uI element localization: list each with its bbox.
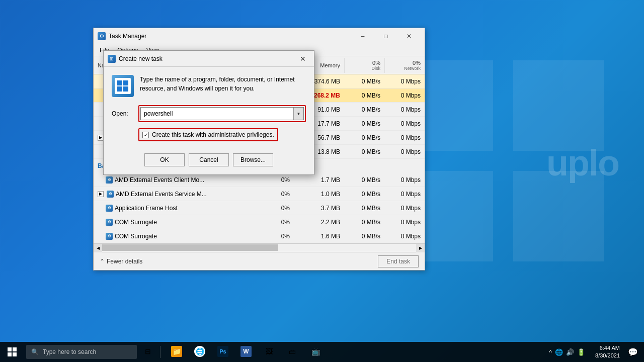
chrome-icon: 🌐 (194, 346, 205, 357)
taskbar-app-photos[interactable]: 🖼 (258, 342, 280, 362)
table-row[interactable]: ⚙ COM Surrogate 0% 1.6 MB 0 MB/s 0 Mbps (94, 229, 425, 243)
col-network[interactable]: 0% Network (384, 58, 425, 73)
clock-date: 8/30/2021 (595, 352, 620, 359)
ok-button[interactable]: OK (144, 153, 185, 166)
network-icon: 🌐 (555, 348, 563, 356)
process-icon: ⚙ (106, 219, 113, 226)
table-row[interactable]: ⚙ COM Surrogate 0% 2.2 MB 0 MB/s 0 Mbps (94, 215, 425, 229)
dialog-close-button[interactable]: ✕ (296, 52, 310, 66)
taskbar-app-photoshop[interactable]: Ps (212, 342, 234, 362)
dialog-description: Type the name of a program, folder, docu… (140, 75, 306, 93)
input-area-highlighted: ▼ (138, 105, 306, 122)
checkbox-label: Create this task with administrative pri… (152, 131, 274, 138)
tray-chevron[interactable]: ^ (549, 348, 552, 356)
svg-rect-7 (123, 86, 128, 92)
task-view-icon: ⊟ (142, 346, 153, 357)
dialog-buttons: OK Cancel Browse... (112, 149, 306, 166)
run-icon (117, 80, 128, 92)
dialog-body: Type the name of a program, folder, docu… (104, 67, 314, 174)
input-inner: ▼ (140, 107, 304, 120)
taskbar-clock[interactable]: 6:44 AM 8/30/2021 (591, 344, 624, 360)
create-task-dialog: ⊞ Create new task ✕ Typ (103, 50, 314, 175)
uplo-watermark: uplo (546, 142, 619, 184)
gallery-icon: 🗃 (287, 346, 298, 357)
dialog-app-icon (112, 75, 134, 97)
process-icon: ⚙ (107, 191, 114, 198)
taskbar-apps: 📁 🌐 Ps W 🖼 🗃 📺 (166, 342, 327, 362)
process-icon: ⚙ (106, 205, 113, 212)
scroll-thumb[interactable] (102, 244, 278, 251)
windows-logo-icon (8, 347, 17, 356)
fewer-details-label: Fewer details (107, 258, 142, 265)
dialog-titlebar: ⊞ Create new task ✕ (104, 51, 314, 67)
end-task-button[interactable]: End task (378, 255, 419, 267)
admin-checkbox[interactable]: ✓ (142, 132, 149, 138)
taskbar: 🔍 Type here to search ⊟ 📁 🌐 Ps W 🖼 (0, 342, 644, 362)
media-icon: 📺 (310, 346, 321, 357)
taskbar-app-explorer[interactable]: 📁 (166, 342, 188, 362)
dialog-title: Create new task (119, 55, 296, 62)
search-icon: 🔍 (31, 348, 39, 355)
scroll-track[interactable] (102, 244, 416, 252)
taskbar-right-area: ^ 🌐 🔊 🔋 6:44 AM 8/30/2021 💬 (545, 342, 644, 362)
browse-button[interactable]: Browse... (233, 153, 273, 166)
word-icon: W (240, 346, 252, 357)
desktop: uplo ⚙ Task Manager – □ ✕ File Options V… (0, 0, 644, 362)
horizontal-scrollbar[interactable]: ◀ ▶ (94, 243, 425, 252)
table-row[interactable]: ⚙ Application Frame Host 0% 3.7 MB 0 MB/… (94, 201, 425, 215)
svg-rect-5 (123, 80, 128, 85)
system-tray: ^ 🌐 🔊 🔋 (545, 348, 589, 356)
notification-button[interactable]: 💬 (626, 347, 640, 357)
svg-rect-6 (117, 86, 122, 92)
explorer-icon: 📁 (171, 346, 182, 357)
col-disk[interactable]: 0% Disk (344, 58, 384, 73)
checkbox-highlight-area: ✓ Create this task with administrative p… (138, 128, 278, 141)
chevron-up-icon: ⌃ (100, 258, 105, 265)
open-row: Open: ▼ (112, 105, 306, 122)
taskbar-search-box[interactable]: 🔍 Type here to search (26, 345, 137, 359)
table-row[interactable]: ▶ ⚙ AMD External Events Service M... 0% … (94, 187, 425, 201)
clock-time: 6:44 AM (595, 344, 620, 352)
task-manager-titlebar: ⚙ Task Manager – □ ✕ (94, 28, 425, 44)
svg-rect-4 (117, 80, 122, 85)
cancel-button[interactable]: Cancel (189, 153, 229, 166)
search-placeholder: Type here to search (43, 348, 96, 355)
taskbar-app-chrome[interactable]: 🌐 (189, 342, 211, 362)
close-button[interactable]: ✕ (397, 28, 421, 44)
maximize-button[interactable]: □ (374, 28, 397, 44)
scroll-left-button[interactable]: ◀ (94, 244, 102, 252)
task-manager-icon: ⚙ (98, 32, 106, 40)
task-manager-title: Task Manager (109, 33, 351, 40)
taskbar-app-gallery[interactable]: 🗃 (281, 342, 303, 362)
scroll-right-button[interactable]: ▶ (416, 244, 425, 252)
battery-icon: 🔋 (577, 348, 585, 356)
svg-rect-3 (513, 171, 604, 261)
minimize-button[interactable]: – (351, 28, 374, 44)
svg-rect-1 (513, 60, 604, 151)
dropdown-button[interactable]: ▼ (293, 108, 303, 120)
speaker-icon[interactable]: 🔊 (566, 348, 574, 356)
process-icon: ⚙ (106, 176, 113, 184)
expand-icon[interactable]: ▶ (98, 191, 104, 197)
fewer-details-button[interactable]: ⌃ Fewer details (100, 258, 142, 265)
window-controls: – □ ✕ (351, 28, 421, 44)
dialog-content-area: Type the name of a program, folder, docu… (112, 75, 306, 97)
start-button[interactable] (0, 342, 24, 362)
taskbar-app-word[interactable]: W (235, 342, 257, 362)
table-row[interactable]: ⚙ AMD External Events Client Mo... 0% 1.… (94, 173, 425, 187)
dialog-icon: ⊞ (108, 55, 116, 63)
taskbar-divider (160, 346, 160, 358)
process-icon: ⚙ (106, 233, 113, 240)
task-manager-bottombar: ⌃ Fewer details End task (94, 252, 425, 270)
open-input[interactable] (141, 109, 293, 119)
photoshop-icon: Ps (217, 346, 228, 357)
taskbar-app-media[interactable]: 📺 (304, 342, 327, 362)
taskbar-task-view[interactable]: ⊟ (137, 342, 159, 362)
open-label: Open: (112, 110, 134, 117)
photos-icon: 🖼 (264, 346, 275, 357)
checkbox-container: ✓ Create this task with administrative p… (138, 128, 278, 141)
